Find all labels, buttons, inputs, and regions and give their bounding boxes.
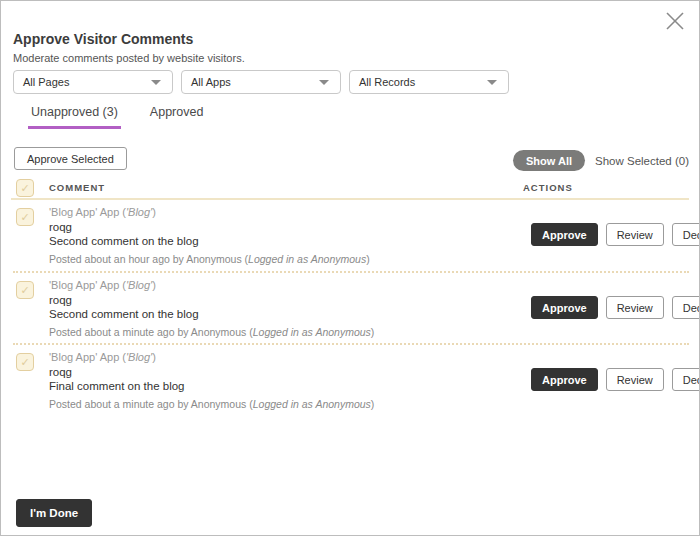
view-toggle: Show All Show Selected (0) [513,150,689,171]
checkmark-icon: ✓ [20,356,29,369]
decline-button[interactable]: Decline [672,223,700,246]
records-filter-dropdown[interactable]: All Records [349,70,509,94]
tab-approved[interactable]: Approved [147,105,207,129]
chevron-down-icon [487,80,497,85]
page-title: Approve Visitor Comments [13,31,193,47]
app-source: 'Blog App' App ('Blog') [49,205,370,219]
chevron-down-icon [319,80,329,85]
records-filter-value: All Records [359,76,415,88]
row-divider [13,271,689,273]
im-done-button[interactable]: I'm Done [16,499,92,527]
app-source: 'Blog App' App ('Blog') [49,350,374,364]
page-subtitle: Moderate comments posted by website visi… [13,52,245,64]
tab-unapproved[interactable]: Unapproved (3) [28,105,121,129]
filter-bar: All Pages All Apps All Records [13,70,509,94]
row-actions: Approve Review Decline [531,296,700,319]
comment-column-header: COMMENT [49,182,105,193]
comment-row: ✓ 'Blog App' App ('Blog') roqg Second co… [1,277,699,343]
review-button[interactable]: Review [606,368,664,391]
approve-button[interactable]: Approve [531,296,598,319]
show-all-button[interactable]: Show All [513,150,585,171]
pages-filter-dropdown[interactable]: All Pages [13,70,173,94]
chevron-down-icon [151,80,161,85]
comment-author: roqg [49,293,374,307]
pages-filter-value: All Pages [23,76,69,88]
comment-text: Second comment on the blog [49,234,370,248]
checkmark-icon: ✓ [20,284,29,297]
approve-button[interactable]: Approve [531,368,598,391]
table-header: ✓ COMMENT ACTIONS [1,179,699,199]
comment-author: roqg [49,365,374,379]
comment-details: 'Blog App' App ('Blog') roqg Final comme… [49,350,374,411]
header-divider [11,198,689,200]
app-source: 'Blog App' App ('Blog') [49,278,374,292]
row-checkbox[interactable]: ✓ [16,281,34,299]
row-checkbox[interactable]: ✓ [16,353,34,371]
posted-meta: Posted about a minute ago by Anonymous (… [49,398,374,411]
apps-filter-dropdown[interactable]: All Apps [181,70,341,94]
approve-comments-dialog: Approve Visitor Comments Moderate commen… [0,0,700,536]
row-actions: Approve Review Decline [531,368,700,391]
row-checkbox[interactable]: ✓ [16,208,34,226]
comment-details: 'Blog App' App ('Blog') roqg Second comm… [49,205,370,266]
actions-column-header: ACTIONS [523,182,573,193]
approve-button[interactable]: Approve [531,223,598,246]
comment-details: 'Blog App' App ('Blog') roqg Second comm… [49,278,374,339]
decline-button[interactable]: Decline [672,296,700,319]
posted-meta: Posted about a minute ago by Anonymous (… [49,326,374,339]
comment-text: Second comment on the blog [49,307,374,321]
select-all-checkbox[interactable]: ✓ [16,179,34,197]
checkmark-icon: ✓ [20,211,29,224]
approve-selected-button[interactable]: Approve Selected [14,147,127,170]
tab-bar: Unapproved (3) Approved [28,105,206,129]
review-button[interactable]: Review [606,223,664,246]
comment-author: roqg [49,220,370,234]
comment-row: ✓ 'Blog App' App ('Blog') roqg Final com… [1,349,699,415]
close-icon[interactable] [663,9,687,33]
row-actions: Approve Review Decline [531,223,700,246]
apps-filter-value: All Apps [191,76,231,88]
review-button[interactable]: Review [606,296,664,319]
comment-text: Final comment on the blog [49,379,374,393]
posted-meta: Posted about an hour ago by Anonymous (L… [49,253,370,266]
show-selected-button[interactable]: Show Selected (0) [595,155,689,167]
decline-button[interactable]: Decline [672,368,700,391]
row-divider [13,343,689,345]
comment-row: ✓ 'Blog App' App ('Blog') roqg Second co… [1,204,699,270]
checkmark-icon: ✓ [20,182,29,195]
